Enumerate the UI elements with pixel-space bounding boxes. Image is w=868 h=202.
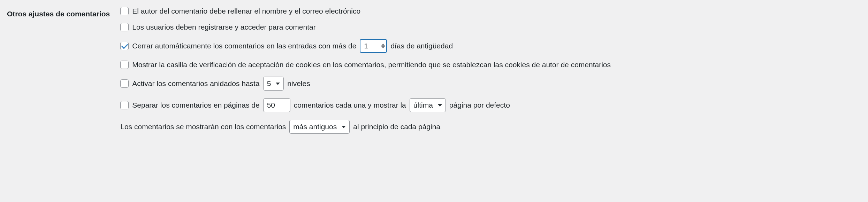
thread-depth-value: 5: [267, 79, 271, 88]
spinner-down-icon[interactable]: [381, 46, 385, 48]
require-name-email-checkbox[interactable]: [120, 7, 129, 15]
settings-content: El autor del comentario debe rellenar el…: [120, 7, 861, 134]
thread-depth-select[interactable]: 5: [263, 77, 284, 91]
comment-order-label-before: Los comentarios se mostrarán con los com…: [120, 123, 286, 131]
page-comments-label-before: Separar los comentarios en páginas de: [132, 101, 259, 109]
thread-comments-checkbox[interactable]: [120, 79, 129, 88]
other-comment-settings-section: Otros ajustes de comentarios El autor de…: [7, 7, 861, 134]
chevron-down-icon: [276, 83, 280, 85]
page-comments-label-after: página por defecto: [449, 101, 510, 109]
thread-comments-row: Activar los comentarios anidados hasta 5…: [120, 77, 861, 91]
cookies-optin-label: Mostrar la casilla de verificación de ac…: [132, 61, 611, 69]
cookies-optin-checkbox[interactable]: [120, 61, 129, 69]
default-page-select[interactable]: última: [410, 98, 446, 112]
require-registration-row: Los usuarios deben registrarse y acceder…: [120, 23, 861, 31]
page-comments-row: Separar los comentarios en páginas de 50…: [120, 98, 861, 112]
cookies-optin-row: Mostrar la casilla de verificación de ac…: [120, 61, 861, 69]
close-comments-row: Cerrar automáticamente los comentarios e…: [120, 39, 861, 53]
comments-per-page-value: 50: [267, 101, 275, 109]
default-page-value: última: [413, 101, 433, 109]
require-registration-checkbox[interactable]: [120, 23, 129, 31]
comment-order-value: más antiguos: [293, 123, 337, 131]
require-name-email-label: El autor del comentario debe rellenar el…: [132, 7, 360, 15]
comment-order-row: Los comentarios se mostrarán con los com…: [120, 120, 861, 134]
close-comments-checkbox[interactable]: [120, 42, 129, 50]
chevron-down-icon: [342, 126, 346, 128]
page-comments-label-mid: comentarios cada una y mostrar la: [294, 101, 406, 109]
require-registration-label: Los usuarios deben registrarse y acceder…: [132, 23, 315, 31]
thread-comments-label-after: niveles: [287, 79, 310, 88]
spinner-up-icon[interactable]: [381, 44, 385, 46]
comment-order-select[interactable]: más antiguos: [289, 120, 350, 134]
require-name-email-row: El autor del comentario debe rellenar el…: [120, 7, 861, 15]
close-comments-label-before: Cerrar automáticamente los comentarios e…: [132, 42, 356, 50]
spinner-icon: [381, 44, 385, 48]
close-comments-days-value: 1: [364, 42, 381, 50]
comments-per-page-input[interactable]: 50: [263, 98, 290, 112]
page-comments-checkbox[interactable]: [120, 101, 129, 109]
comment-order-label-after: al principio de cada página: [353, 123, 440, 131]
chevron-down-icon: [438, 104, 442, 107]
section-title: Otros ajustes de comentarios: [7, 7, 110, 18]
close-comments-days-input[interactable]: 1: [360, 39, 387, 53]
close-comments-label-after: días de antigüedad: [390, 42, 453, 50]
thread-comments-label-before: Activar los comentarios anidados hasta: [132, 79, 259, 88]
